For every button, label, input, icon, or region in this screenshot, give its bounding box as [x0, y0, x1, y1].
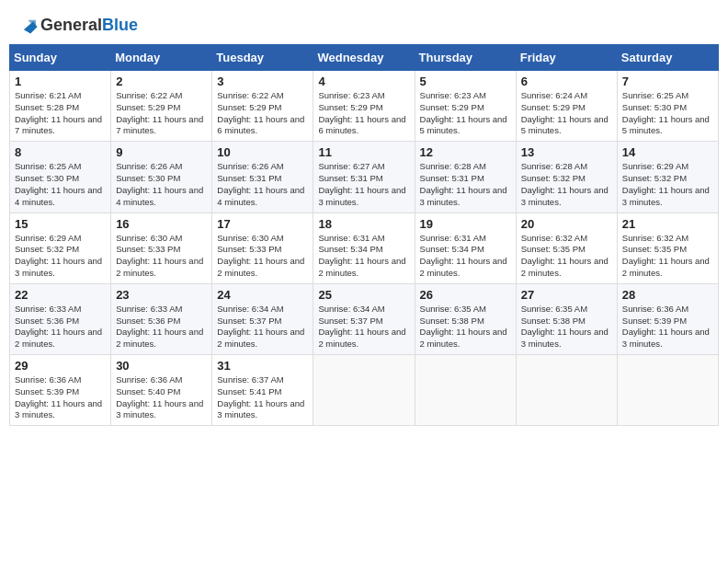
day-number: 23	[116, 288, 207, 302]
weekday-header: Thursday	[415, 45, 516, 71]
weekday-header: Sunday	[10, 45, 111, 71]
day-info: Sunrise: 6:36 AMSunset: 5:40 PMDaylight:…	[116, 374, 207, 421]
day-info: Sunrise: 6:36 AMSunset: 5:39 PMDaylight:…	[15, 374, 106, 421]
calendar-week-row: 15 Sunrise: 6:29 AMSunset: 5:32 PMDaylig…	[10, 213, 719, 283]
day-number: 6	[521, 75, 612, 88]
day-info: Sunrise: 6:29 AMSunset: 5:32 PMDaylight:…	[15, 233, 106, 280]
day-info: Sunrise: 6:22 AMSunset: 5:29 PMDaylight:…	[217, 90, 308, 137]
calendar-day-cell: 27 Sunrise: 6:35 AMSunset: 5:38 PMDaylig…	[516, 283, 617, 354]
calendar-day-cell: 3 Sunrise: 6:22 AMSunset: 5:29 PMDayligh…	[212, 71, 313, 142]
day-number: 27	[521, 288, 612, 302]
calendar-day-cell: 1 Sunrise: 6:21 AMSunset: 5:28 PMDayligh…	[10, 71, 111, 142]
calendar-day-cell: 21 Sunrise: 6:32 AMSunset: 5:35 PMDaylig…	[617, 213, 718, 283]
day-number: 28	[622, 288, 713, 302]
day-number: 9	[116, 145, 207, 159]
day-info: Sunrise: 6:32 AMSunset: 5:35 PMDaylight:…	[622, 233, 713, 280]
calendar-day-cell: 4 Sunrise: 6:23 AMSunset: 5:29 PMDayligh…	[313, 71, 415, 142]
day-number: 8	[15, 145, 106, 159]
logo-text: GeneralBlue	[40, 17, 138, 35]
calendar-day-cell: 16 Sunrise: 6:30 AMSunset: 5:33 PMDaylig…	[111, 213, 212, 283]
day-number: 10	[217, 145, 308, 159]
day-number: 22	[15, 288, 106, 302]
day-number: 15	[15, 217, 106, 231]
day-info: Sunrise: 6:28 AMSunset: 5:32 PMDaylight:…	[521, 161, 612, 208]
calendar-day-cell	[516, 355, 617, 426]
calendar-day-cell: 6 Sunrise: 6:24 AMSunset: 5:29 PMDayligh…	[516, 71, 617, 142]
day-info: Sunrise: 6:33 AMSunset: 5:36 PMDaylight:…	[116, 304, 207, 350]
calendar-week-row: 1 Sunrise: 6:21 AMSunset: 5:28 PMDayligh…	[10, 71, 719, 142]
day-info: Sunrise: 6:29 AMSunset: 5:32 PMDaylight:…	[622, 161, 713, 208]
day-info: Sunrise: 6:34 AMSunset: 5:37 PMDaylight:…	[217, 304, 308, 350]
day-number: 25	[318, 288, 409, 302]
day-number: 31	[217, 359, 308, 373]
day-info: Sunrise: 6:33 AMSunset: 5:36 PMDaylight:…	[15, 304, 106, 350]
day-info: Sunrise: 6:34 AMSunset: 5:37 PMDaylight:…	[318, 304, 409, 350]
day-info: Sunrise: 6:30 AMSunset: 5:33 PMDaylight:…	[217, 233, 308, 280]
page-header: GeneralBlue	[9, 9, 719, 39]
calendar-day-cell: 2 Sunrise: 6:22 AMSunset: 5:29 PMDayligh…	[111, 71, 212, 142]
day-number: 18	[318, 217, 409, 231]
day-number: 11	[318, 145, 409, 159]
day-info: Sunrise: 6:35 AMSunset: 5:38 PMDaylight:…	[521, 304, 612, 350]
calendar-day-cell: 24 Sunrise: 6:34 AMSunset: 5:37 PMDaylig…	[212, 283, 313, 354]
calendar-table: SundayMondayTuesdayWednesdayThursdayFrid…	[9, 44, 719, 426]
calendar-day-cell: 15 Sunrise: 6:29 AMSunset: 5:32 PMDaylig…	[10, 213, 111, 283]
calendar-day-cell: 23 Sunrise: 6:33 AMSunset: 5:36 PMDaylig…	[111, 283, 212, 354]
calendar-day-cell: 8 Sunrise: 6:25 AMSunset: 5:30 PMDayligh…	[10, 142, 111, 213]
day-number: 20	[521, 217, 612, 231]
day-number: 21	[622, 217, 713, 231]
day-info: Sunrise: 6:28 AMSunset: 5:31 PMDaylight:…	[420, 161, 511, 208]
calendar-day-cell: 13 Sunrise: 6:28 AMSunset: 5:32 PMDaylig…	[516, 142, 617, 213]
calendar-day-cell: 5 Sunrise: 6:23 AMSunset: 5:29 PMDayligh…	[415, 71, 516, 142]
day-number: 17	[217, 217, 308, 231]
calendar-day-cell: 30 Sunrise: 6:36 AMSunset: 5:40 PMDaylig…	[111, 355, 212, 426]
calendar-day-cell: 19 Sunrise: 6:31 AMSunset: 5:34 PMDaylig…	[415, 213, 516, 283]
calendar-day-cell: 12 Sunrise: 6:28 AMSunset: 5:31 PMDaylig…	[415, 142, 516, 213]
calendar-body: 1 Sunrise: 6:21 AMSunset: 5:28 PMDayligh…	[10, 71, 719, 426]
day-number: 12	[420, 145, 511, 159]
day-number: 26	[420, 288, 511, 302]
day-info: Sunrise: 6:25 AMSunset: 5:30 PMDaylight:…	[15, 161, 106, 208]
calendar-day-cell: 28 Sunrise: 6:36 AMSunset: 5:39 PMDaylig…	[617, 283, 718, 354]
calendar-day-cell: 11 Sunrise: 6:27 AMSunset: 5:31 PMDaylig…	[313, 142, 415, 213]
day-info: Sunrise: 6:26 AMSunset: 5:31 PMDaylight:…	[217, 161, 308, 208]
calendar-day-cell: 14 Sunrise: 6:29 AMSunset: 5:32 PMDaylig…	[617, 142, 718, 213]
calendar-day-cell: 9 Sunrise: 6:26 AMSunset: 5:30 PMDayligh…	[111, 142, 212, 213]
calendar-week-row: 22 Sunrise: 6:33 AMSunset: 5:36 PMDaylig…	[10, 283, 719, 354]
calendar-day-cell: 10 Sunrise: 6:26 AMSunset: 5:31 PMDaylig…	[212, 142, 313, 213]
day-number: 2	[116, 75, 207, 88]
day-info: Sunrise: 6:23 AMSunset: 5:29 PMDaylight:…	[420, 90, 511, 137]
calendar-day-cell	[617, 355, 718, 426]
day-info: Sunrise: 6:25 AMSunset: 5:30 PMDaylight:…	[622, 90, 713, 137]
calendar-day-cell	[313, 355, 415, 426]
calendar-day-cell: 31 Sunrise: 6:37 AMSunset: 5:41 PMDaylig…	[212, 355, 313, 426]
calendar-day-cell: 18 Sunrise: 6:31 AMSunset: 5:34 PMDaylig…	[313, 213, 415, 283]
calendar-day-cell: 20 Sunrise: 6:32 AMSunset: 5:35 PMDaylig…	[516, 213, 617, 283]
weekday-header: Tuesday	[212, 45, 313, 71]
calendar-day-cell: 26 Sunrise: 6:35 AMSunset: 5:38 PMDaylig…	[415, 283, 516, 354]
day-info: Sunrise: 6:31 AMSunset: 5:34 PMDaylight:…	[420, 233, 511, 280]
day-number: 19	[420, 217, 511, 231]
calendar-day-cell: 25 Sunrise: 6:34 AMSunset: 5:37 PMDaylig…	[313, 283, 415, 354]
logo: GeneralBlue	[18, 17, 138, 35]
calendar-week-row: 29 Sunrise: 6:36 AMSunset: 5:39 PMDaylig…	[10, 355, 719, 426]
calendar-day-cell: 22 Sunrise: 6:33 AMSunset: 5:36 PMDaylig…	[10, 283, 111, 354]
day-number: 1	[15, 75, 106, 88]
day-number: 13	[521, 145, 612, 159]
day-number: 3	[217, 75, 308, 88]
day-info: Sunrise: 6:31 AMSunset: 5:34 PMDaylight:…	[318, 233, 409, 280]
logo-icon	[18, 15, 39, 35]
weekday-header-row: SundayMondayTuesdayWednesdayThursdayFrid…	[10, 45, 719, 71]
calendar-day-cell	[415, 355, 516, 426]
day-number: 16	[116, 217, 207, 231]
day-number: 4	[318, 75, 409, 88]
day-info: Sunrise: 6:37 AMSunset: 5:41 PMDaylight:…	[217, 374, 308, 421]
day-number: 29	[15, 359, 106, 373]
day-info: Sunrise: 6:30 AMSunset: 5:33 PMDaylight:…	[116, 233, 207, 280]
day-info: Sunrise: 6:22 AMSunset: 5:29 PMDaylight:…	[116, 90, 207, 137]
day-info: Sunrise: 6:35 AMSunset: 5:38 PMDaylight:…	[420, 304, 511, 350]
weekday-header: Monday	[111, 45, 212, 71]
day-info: Sunrise: 6:24 AMSunset: 5:29 PMDaylight:…	[521, 90, 612, 137]
day-info: Sunrise: 6:27 AMSunset: 5:31 PMDaylight:…	[318, 161, 409, 208]
day-number: 30	[116, 359, 207, 373]
